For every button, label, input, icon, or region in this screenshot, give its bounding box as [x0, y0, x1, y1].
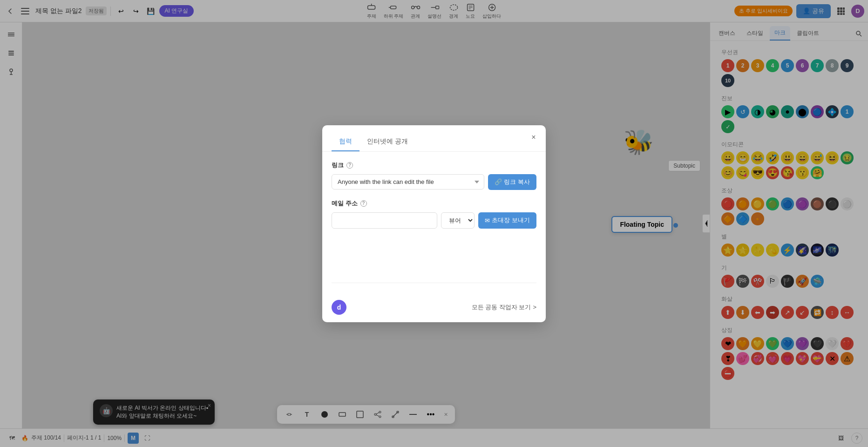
role-select[interactable]: 뷰어 [441, 212, 475, 229]
email-row: 뷰어 ✉ 초대장 보내기 [332, 212, 536, 229]
invite-label: 초대장 보내기 [492, 216, 530, 224]
link-row: Anyone with the link can edit the file 🔗… [332, 174, 536, 190]
modal-divider [332, 283, 536, 283]
view-all-label: 모든 공동 작업자 보기 [472, 303, 531, 312]
modal-close-button[interactable]: × [528, 132, 539, 143]
modal-spacer [332, 229, 536, 275]
modal-footer: d 모든 공동 작업자 보기 > [322, 300, 546, 322]
copy-link-button[interactable]: 🔗 링크 복사 [488, 174, 536, 190]
link-info-icon: ? [346, 162, 353, 169]
modal-overlay[interactable]: 협력 인터넷에 공개 × 링크 ? Anyone with the link c… [0, 0, 868, 447]
email-section-title: 메일 주소 ? [332, 199, 536, 208]
modal-tab-publish[interactable]: 인터넷에 공개 [359, 133, 415, 151]
view-all-link[interactable]: 모든 공동 작업자 보기 > [472, 303, 536, 312]
share-modal: 협력 인터넷에 공개 × 링크 ? Anyone with the link c… [322, 125, 546, 322]
modal-tab-collaborate[interactable]: 협력 [332, 133, 359, 151]
invite-icon: ✉ [485, 217, 490, 224]
email-input[interactable] [332, 212, 437, 229]
copy-link-label: 링크 복사 [504, 178, 530, 186]
link-section-title: 링크 ? [332, 161, 536, 169]
invite-button[interactable]: ✉ 초대장 보내기 [478, 212, 536, 229]
collaborator-avatar: d [332, 300, 346, 315]
link-label: 링크 [332, 161, 344, 169]
email-label: 메일 주소 [332, 199, 358, 208]
modal-header: 협력 인터넷에 공개 × [322, 125, 546, 152]
view-all-arrow: > [533, 304, 536, 311]
modal-body: 링크 ? Anyone with the link can edit the f… [322, 152, 546, 300]
link-icon: 🔗 [495, 178, 502, 185]
link-permission-select[interactable]: Anyone with the link can edit the file [332, 174, 484, 190]
email-info-icon: ? [360, 200, 367, 207]
